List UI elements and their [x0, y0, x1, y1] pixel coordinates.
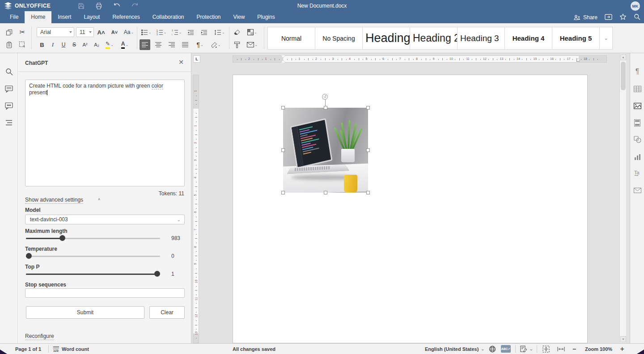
resize-handle-middle-left[interactable] [281, 148, 285, 152]
nonprinting-characters-button[interactable]: ¶⌄ [193, 39, 207, 50]
favorite-star-button[interactable] [619, 13, 627, 21]
style-no-spacing[interactable]: No Spacing [315, 27, 363, 49]
zoom-in-button[interactable]: ＋ [619, 344, 625, 354]
underline-button[interactable]: U [58, 39, 69, 50]
advanced-settings-toggle[interactable]: Show advanced settings [25, 197, 83, 204]
user-avatar[interactable]: MK [631, 1, 640, 11]
shape-settings-icon[interactable] [632, 135, 642, 144]
scroll-up-button[interactable]: ▲ [620, 54, 626, 60]
paragraph-settings-icon[interactable]: ¶ [632, 67, 642, 76]
clear-style-button[interactable] [232, 27, 242, 38]
print-button[interactable] [94, 2, 104, 10]
horizontal-ruler[interactable]: 21123456789101112131415161718 [233, 55, 607, 63]
reconfigure-link[interactable]: Reconfigure [25, 333, 54, 340]
word-count-button[interactable]: 123 Word count [53, 344, 89, 354]
document-language-select[interactable]: English (United States) ⌄ [425, 344, 484, 354]
search-button[interactable] [634, 13, 640, 21]
change-case-button[interactable]: Aa⌄ [122, 27, 136, 38]
font-size-select[interactable]: 11 [76, 27, 94, 37]
resize-handle-bottom-left[interactable] [281, 191, 285, 194]
decrease-font-size-button[interactable]: A˅ [109, 27, 120, 38]
select-all-button[interactable] [17, 39, 28, 50]
mail-merge-button[interactable]: ⌄ [245, 39, 259, 50]
italic-button[interactable]: I [47, 39, 58, 50]
style-heading-2[interactable]: Heading 2 [410, 27, 458, 49]
resize-handle-middle-right[interactable] [366, 148, 370, 152]
paragraph-shading-button[interactable]: ⌄ [208, 39, 223, 50]
zoom-level-indicator[interactable]: Zoom 100% [585, 344, 612, 354]
fit-width-button[interactable] [557, 344, 565, 354]
strikethrough-button[interactable]: S [69, 39, 80, 50]
superscript-button[interactable]: A² [80, 39, 90, 50]
header-footer-icon[interactable] [632, 118, 642, 128]
track-changes-button[interactable]: ⌄ [520, 344, 533, 354]
style-heading-3[interactable]: Heading 3 [458, 27, 505, 49]
resize-handle-top-left[interactable] [281, 106, 285, 110]
model-select[interactable]: text-davinci-003⌄ [25, 215, 185, 224]
resize-handle-top-center[interactable] [324, 106, 327, 110]
search-icon[interactable] [4, 67, 14, 76]
font-name-select[interactable]: Arial [37, 27, 74, 37]
rotation-handle[interactable]: ↺ [322, 94, 328, 100]
tab-view[interactable]: View [227, 11, 251, 23]
cut-button[interactable]: ✂ [17, 27, 28, 38]
resize-handle-bottom-right[interactable] [366, 191, 370, 194]
close-panel-button[interactable]: ✕ [178, 59, 184, 65]
share-button[interactable]: Share [574, 14, 597, 21]
tab-layout[interactable]: Layout [77, 11, 106, 23]
tab-protection[interactable]: Protection [191, 11, 227, 23]
tab-home[interactable]: Home [25, 11, 51, 23]
highlight-color-button[interactable]: ✎⌄ [103, 39, 116, 50]
chart-settings-icon[interactable] [632, 152, 642, 162]
mail-merge-icon[interactable] [632, 185, 642, 195]
chat-icon[interactable] [4, 101, 14, 111]
undo-button[interactable] [112, 2, 122, 10]
tab-stop-selector[interactable]: L [193, 55, 200, 63]
tab-references[interactable]: References [106, 11, 146, 23]
navigation-icon[interactable] [4, 118, 14, 127]
resize-handle-bottom-center[interactable] [324, 191, 327, 194]
text-art-icon[interactable]: Ta [632, 169, 642, 178]
page-number-indicator[interactable]: Page 1 of 1 [15, 344, 41, 354]
table-settings-icon[interactable] [632, 84, 642, 94]
multilevel-list-button[interactable]: 1·i⌄ [170, 27, 183, 38]
increase-font-size-button[interactable]: A˄ [96, 27, 106, 38]
align-center-button[interactable] [153, 39, 164, 50]
tab-insert[interactable]: Insert [51, 11, 77, 23]
zoom-out-button[interactable]: − [572, 344, 576, 354]
scroll-down-button[interactable]: ▼ [620, 336, 626, 342]
style-heading-4[interactable]: Heading 4 [505, 27, 552, 49]
save-button[interactable] [76, 2, 86, 10]
justify-button[interactable] [180, 39, 191, 50]
bold-button[interactable]: B [37, 39, 47, 50]
subscript-button[interactable]: A₂ [91, 39, 102, 50]
set-language-button[interactable] [489, 344, 496, 354]
comments-icon[interactable] [4, 84, 14, 94]
redo-button[interactable] [130, 2, 140, 10]
align-left-button[interactable] [140, 39, 150, 50]
decrease-indent-button[interactable] [185, 27, 196, 38]
style-heading-1[interactable]: Heading 1 [363, 27, 410, 49]
submit-button[interactable]: Submit [26, 306, 144, 319]
spell-check-button[interactable]: ABC✓ [501, 344, 511, 354]
prompt-textarea[interactable]: Create HTML code for a random picture wi… [25, 80, 185, 186]
resize-handle-top-right[interactable] [366, 106, 370, 110]
vertical-ruler[interactable]: 112345678910111213 [193, 75, 199, 343]
top-p-slider[interactable] [26, 271, 160, 277]
scrollbar-thumb[interactable] [621, 62, 626, 90]
inline-image-laptop-photo[interactable] [283, 108, 368, 193]
tab-file[interactable]: File [4, 11, 25, 23]
tab-collaboration[interactable]: Collaboration [146, 11, 191, 23]
paste-button[interactable] [4, 39, 14, 50]
vertical-scrollbar[interactable]: ▲ ▼ [619, 54, 626, 343]
stop-sequences-input[interactable] [25, 288, 185, 298]
open-file-location-button[interactable] [605, 14, 612, 21]
copy-button[interactable] [4, 27, 14, 38]
line-spacing-button[interactable]: ⌄ [212, 27, 227, 38]
temperature-slider[interactable] [26, 253, 160, 259]
bullet-list-button[interactable]: ⌄ [140, 27, 153, 38]
style-gallery-expand-button[interactable]: ⌄ [600, 27, 612, 49]
copy-style-button[interactable] [232, 39, 242, 50]
tab-plugins[interactable]: Plugins [251, 11, 281, 23]
style-normal[interactable]: Normal [268, 27, 315, 49]
